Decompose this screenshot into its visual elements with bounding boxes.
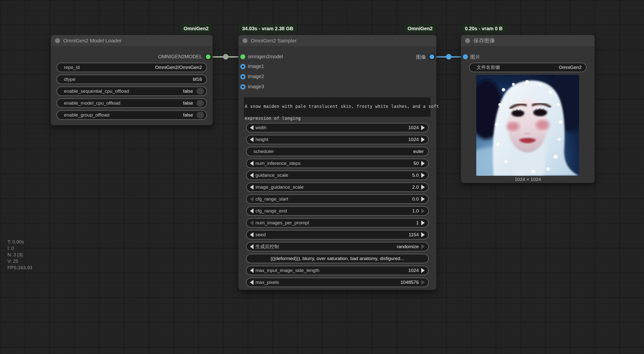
node-title: 保存图像 (473, 35, 495, 46)
widget-label: seed (256, 232, 266, 237)
widget-label: enable_model_cpu_offload (64, 100, 120, 106)
stat-nodes: N: 3 [3] (8, 252, 32, 258)
increment-arrow-icon[interactable] (421, 208, 425, 213)
decrement-arrow-icon[interactable] (250, 208, 254, 213)
node-badge-runtime: 34.03s - vram 2.38 GB (239, 24, 296, 33)
node-title: OmniGen2 Sampler (251, 35, 297, 46)
increment-arrow-icon[interactable] (421, 280, 425, 285)
widget-value: false (183, 112, 193, 118)
prompt-text-line2: expression of longing (245, 116, 300, 121)
input-label: 图片 (470, 54, 480, 61)
widget-value: 1024 (408, 137, 419, 142)
link-midpoint-dot-model[interactable] (223, 54, 228, 60)
widget-value: (((deformed))), blurry, over saturation,… (270, 256, 404, 261)
widget-image-guidance-scale[interactable]: image_guidance_scale 2.0 (246, 182, 429, 192)
input-port-image1[interactable] (240, 64, 246, 69)
widget-dtype[interactable]: dtype bf16 (56, 75, 207, 84)
widget-enable-sequential-cpu-offload[interactable]: enable_sequential_cpu_offload false (56, 87, 207, 96)
widget-label: 生成后控制 (256, 243, 279, 250)
widget-control-after-generate[interactable]: 生成后控制 randomize (246, 242, 429, 251)
collapse-dot[interactable] (465, 38, 470, 43)
increment-arrow-icon[interactable] (421, 220, 425, 225)
widget-label: scheduler (254, 149, 274, 154)
increment-arrow-icon[interactable] (421, 137, 425, 142)
decrement-arrow-icon[interactable] (250, 161, 254, 166)
decrement-arrow-icon[interactable] (250, 185, 254, 190)
widget-label: 文件名前缀 (476, 64, 500, 71)
widget-num-images-per-prompt[interactable]: num_images_per_prompt 1 (246, 218, 429, 228)
decrement-arrow-icon[interactable] (250, 125, 254, 130)
increment-arrow-icon[interactable] (421, 173, 425, 178)
decrement-arrow-icon[interactable] (250, 268, 254, 273)
widget-guidance-scale[interactable]: guidance_scale 5.0 (246, 171, 429, 180)
widget-height[interactable]: height 1024 (246, 135, 429, 144)
toggle-knob[interactable] (196, 88, 204, 95)
decrement-arrow-icon[interactable] (250, 244, 254, 249)
widget-label: height (256, 137, 268, 142)
widget-value: 50 (414, 161, 419, 166)
widget-enable-group-offload[interactable]: enable_group_offload false (56, 110, 207, 120)
output-port-omnigen2model[interactable] (206, 54, 210, 59)
widget-label: guidance_scale (256, 173, 288, 178)
widget-cfg-range-start[interactable]: cfg_range_start 0.0 (246, 194, 429, 204)
stat-version: V: 25 (8, 258, 32, 264)
increment-arrow-icon[interactable] (421, 268, 425, 273)
stat-fps: FPS:163.93 (8, 264, 32, 271)
widget-max-input-image-side-length[interactable]: max_input_image_side_length 1024 (246, 266, 429, 275)
link-midpoint-dot-image[interactable] (446, 54, 452, 60)
decrement-arrow-icon[interactable] (250, 137, 254, 142)
decrement-arrow-icon[interactable] (250, 232, 254, 237)
increment-arrow-icon[interactable] (421, 161, 425, 166)
node-sampler[interactable]: 34.03s - vram 2.38 GB OmniGen2 OmniGen2 … (238, 35, 436, 290)
collapse-dot[interactable] (242, 38, 248, 43)
widget-filename-prefix[interactable]: 文件名前缀 OmniGen2 (469, 63, 586, 72)
toggle-knob[interactable] (196, 100, 204, 106)
node-header[interactable]: OmniGen2 Model Loader (51, 35, 212, 47)
decrement-arrow-icon[interactable] (250, 173, 254, 178)
node-save-image[interactable]: 0.20s - vram 0 B 保存图像 图片 文件名前缀 OmniGen2 (461, 35, 595, 183)
widget-label: enable_sequential_cpu_offload (64, 89, 129, 94)
widget-scheduler[interactable]: scheduler euler (246, 147, 429, 156)
input-port-image[interactable] (463, 54, 468, 59)
output-label: 图像 (416, 54, 426, 61)
decrement-arrow-icon[interactable] (250, 220, 254, 225)
widget-repo-id[interactable]: repo_id OmniGen2/OmniGen2 (56, 63, 207, 72)
widget-seed[interactable]: seed 1154 (246, 230, 429, 239)
collapse-dot[interactable] (55, 38, 60, 43)
toggle-knob[interactable] (196, 112, 204, 118)
increment-arrow-icon[interactable] (421, 197, 425, 202)
increment-arrow-icon[interactable] (421, 185, 425, 190)
widget-value: 2.0 (412, 184, 419, 190)
input-port-omnigen2model[interactable] (240, 54, 245, 59)
widget-negative-prompt[interactable]: (((deformed))), blurry, over saturation,… (246, 254, 429, 263)
widget-value: OmniGen2 (559, 65, 582, 70)
widget-value: 1048576 (400, 280, 419, 285)
widget-value: false (183, 89, 193, 94)
widget-label: dtype (64, 77, 75, 82)
increment-arrow-icon[interactable] (421, 232, 425, 237)
widget-cfg-range-end[interactable]: cfg_range_end 1.0 (246, 206, 429, 216)
widget-width[interactable]: width 1024 (246, 123, 429, 132)
node-model-loader[interactable]: OmniGen2 OmniGen2 Model Loader OMNIGEN2M… (51, 35, 212, 125)
widget-label: num_inference_steps (256, 161, 300, 166)
canvas-stats: T: 0.00s I: 0 N: 3 [3] V: 25 FPS:163.93 (8, 239, 32, 271)
input-label: omnigen2model (248, 54, 283, 60)
input-port-image2[interactable] (240, 74, 246, 79)
widget-label: cfg_range_start (256, 196, 288, 202)
node-header[interactable]: OmniGen2 Sampler (238, 35, 436, 47)
increment-arrow-icon[interactable] (421, 125, 425, 130)
decrement-arrow-icon[interactable] (250, 197, 254, 202)
widget-max-pixels[interactable]: max_pixels 1048576 (246, 278, 429, 287)
widget-num-inference-steps[interactable]: num_inference_steps 50 (246, 159, 429, 168)
output-port-image[interactable] (430, 54, 434, 59)
node-graph-canvas[interactable]: OmniGen2 OmniGen2 Model Loader OMNIGEN2M… (0, 0, 644, 354)
input-port-image3[interactable] (240, 84, 246, 90)
widget-enable-model-cpu-offload[interactable]: enable_model_cpu_offload false (56, 98, 207, 108)
generated-image-preview[interactable] (476, 75, 579, 176)
snow-maiden-image (476, 75, 579, 176)
node-header[interactable]: 保存图像 (461, 35, 595, 47)
decrement-arrow-icon[interactable] (250, 280, 254, 285)
increment-arrow-icon[interactable] (421, 244, 425, 249)
widget-label: num_images_per_prompt (256, 220, 309, 226)
widget-value: euler (413, 149, 424, 154)
